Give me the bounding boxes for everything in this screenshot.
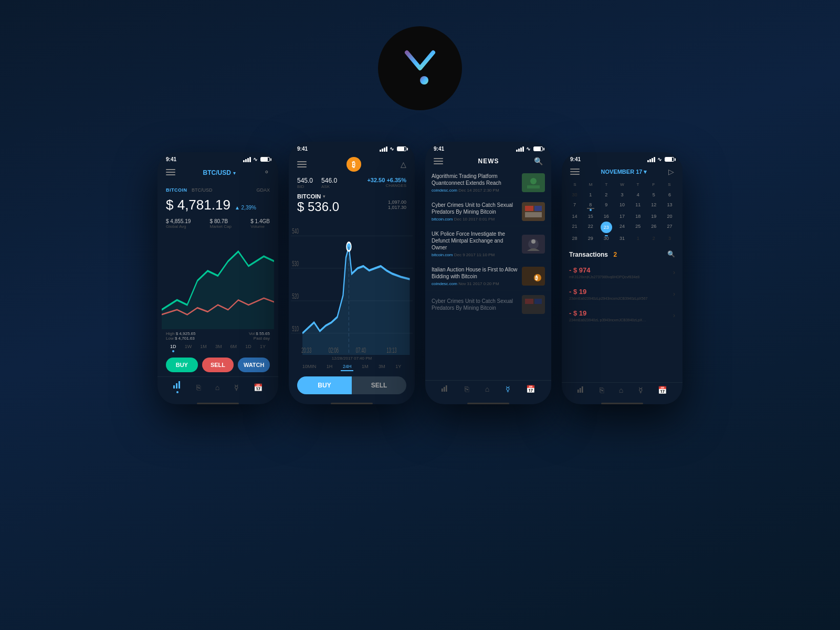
cal-day-10[interactable]: 10 xyxy=(614,200,629,211)
tf-6m[interactable]: 6M xyxy=(230,344,237,352)
trans-search-icon[interactable]: 🔍 xyxy=(667,250,675,258)
p2-action-buttons: BUY SELL xyxy=(289,372,415,400)
cal-day-17[interactable]: 17 xyxy=(614,212,629,221)
nav-chart-icon[interactable] xyxy=(173,381,182,393)
cal-day-2[interactable]: 2 xyxy=(598,190,614,200)
cal-day-14[interactable]: 14 xyxy=(567,212,582,221)
menu-button-2[interactable] xyxy=(297,161,307,167)
news-item-2[interactable]: Cyber Crimes Unit to Catch Sexual Predat… xyxy=(425,197,551,226)
cal-day-21[interactable]: 21 xyxy=(567,222,582,233)
status-bar-2: 9:41 ∿ xyxy=(289,142,415,154)
news-text-2: Cyber Crimes Unit to Catch Sexual Predat… xyxy=(432,202,518,222)
p4-nav-cal[interactable]: 📅 xyxy=(658,386,667,394)
p3-nav-home[interactable]: ⌂ xyxy=(485,385,489,393)
p2-tf-3m[interactable]: 3M xyxy=(376,363,387,371)
nav-home-icon[interactable]: ⌂ xyxy=(215,383,219,392)
cal-day-12[interactable]: 12 xyxy=(646,200,662,211)
time-4: 9:41 xyxy=(570,156,581,162)
cal-day-16[interactable]: 16 xyxy=(598,212,614,221)
sell-button-1[interactable]: SELL xyxy=(202,358,234,372)
bell-icon[interactable]: △ xyxy=(401,160,406,169)
cal-day-18[interactable]: 18 xyxy=(631,212,646,221)
news-item-4[interactable]: Italian Auction House is First to Allow … xyxy=(425,262,551,291)
cal-day-19[interactable]: 19 xyxy=(646,212,662,221)
p3-nav-chart[interactable] xyxy=(442,385,449,393)
news-list: Algorithmic Trading Platform Quantconnec… xyxy=(425,169,551,380)
trans-item-1[interactable]: - $ 974 mK3128xnjKJs2737989vq8HOPQcvf834… xyxy=(569,262,675,284)
p4-nav-globe[interactable]: ☿ xyxy=(638,386,643,394)
tf-1y[interactable]: 1Y xyxy=(260,344,266,352)
cal-day-11[interactable]: 11 xyxy=(631,200,646,211)
p4-month[interactable]: NOVEMBER 17 ▾ xyxy=(601,169,647,175)
watch-button-1[interactable]: WATCH xyxy=(238,358,270,372)
cal-day-3[interactable]: 3 xyxy=(614,190,629,200)
nav-globe-icon[interactable]: ☿ xyxy=(234,383,239,392)
cal-day-3-next[interactable]: 3 xyxy=(662,234,677,243)
menu-button-3[interactable] xyxy=(434,158,443,164)
cal-day-2-next[interactable]: 2 xyxy=(646,234,662,243)
tf-1w[interactable]: 1W xyxy=(185,344,192,352)
p2-tf-10min[interactable]: 10MIN xyxy=(300,363,319,371)
search-icon-3[interactable]: 🔍 xyxy=(534,157,543,165)
status-icons-3: ∿ xyxy=(516,146,543,152)
p2-tf-1y[interactable]: 1Y xyxy=(393,363,403,371)
cal-day-8[interactable]: 8··· xyxy=(583,200,598,211)
tf-3m[interactable]: 3M xyxy=(215,344,222,352)
user-icon-1[interactable]: ⚬ xyxy=(264,168,270,176)
svg-rect-27 xyxy=(534,206,542,211)
cal-day-4[interactable]: 4 xyxy=(631,190,646,200)
cal-day-22[interactable]: 22 xyxy=(583,222,598,233)
cal-day-7[interactable]: 7 xyxy=(567,200,582,211)
cal-day-26[interactable]: 26 xyxy=(646,222,662,233)
p2-tf-1h[interactable]: 1H xyxy=(324,363,335,371)
nav-calendar-icon[interactable]: 📅 xyxy=(254,383,262,392)
cal-day-20[interactable]: 20 xyxy=(662,212,677,221)
cal-day-27[interactable]: 27 xyxy=(662,222,677,233)
wifi-1: ∿ xyxy=(253,156,257,162)
p3-nav-globe[interactable]: ☿ xyxy=(506,385,510,393)
news-item-5[interactable]: Cyber Crimes Unit to Catch Sexual Predat… xyxy=(425,291,551,319)
cal-day-29[interactable]: 29 xyxy=(583,234,598,243)
tf-1m[interactable]: 1M xyxy=(200,344,207,352)
p2-tf-24h[interactable]: 24H xyxy=(341,363,354,371)
p4-header: NOVEMBER 17 ▾ ▷ xyxy=(562,164,682,179)
buy-button-1[interactable]: BUY xyxy=(166,358,198,372)
p4-nav-chart[interactable] xyxy=(578,386,585,394)
trans-item-3[interactable]: - $ 19 234mEa923940zL p3943ncxmJCB3940zL… xyxy=(569,305,675,327)
trans-detail-3: - $ 19 234mEa923940zL p3943ncxmJCB3940zL… xyxy=(569,309,648,322)
cal-day-25[interactable]: 25 xyxy=(631,222,646,233)
cal-day-1[interactable]: 1 xyxy=(583,190,598,200)
p2-ask: 546.0 ASK xyxy=(321,177,337,189)
news-item-1[interactable]: Algorithmic Trading Platform Quantconnec… xyxy=(425,169,551,197)
p1-stat-vol: $ 1.4GB Volume xyxy=(250,218,270,229)
p4-nav-tv[interactable]: ⎘ xyxy=(600,386,604,394)
cal-day-30-prev[interactable]: 30 xyxy=(567,190,582,200)
p3-nav-tv[interactable]: ⎘ xyxy=(465,385,469,393)
cal-day-24[interactable]: 24 xyxy=(614,222,629,233)
cal-day-13[interactable]: 13 xyxy=(662,200,677,211)
cal-day-31[interactable]: 31 xyxy=(614,234,629,243)
cal-day-5[interactable]: 5 xyxy=(646,190,662,200)
bookmark-icon[interactable]: ▷ xyxy=(668,167,674,176)
buy-button-2[interactable]: BUY xyxy=(297,376,352,394)
trans-item-2[interactable]: - $ 19 23dmEa923940zLp2943ncxmJCB3940zLp… xyxy=(569,284,675,305)
menu-button-1[interactable] xyxy=(166,169,175,175)
nav-tv-icon[interactable]: ⎘ xyxy=(196,383,201,392)
p2-timestamp: 12/28/2017 07:40 PM xyxy=(289,355,415,362)
cal-day-30[interactable]: 30 xyxy=(598,234,614,243)
cal-day-28[interactable]: 28 xyxy=(567,234,582,243)
p1-pair[interactable]: BTC/USD ▾ xyxy=(203,167,236,177)
p2-tf-1m[interactable]: 1M xyxy=(360,363,371,371)
cal-day-1-next[interactable]: 1 xyxy=(631,234,646,243)
cal-day-23-today[interactable]: 23·· xyxy=(601,222,612,233)
tf-1d2[interactable]: 1D xyxy=(245,344,251,352)
p4-nav-home[interactable]: ⌂ xyxy=(619,386,623,394)
tf-1d[interactable]: 1D xyxy=(170,344,176,352)
cal-day-6[interactable]: 6 xyxy=(662,190,677,200)
p3-nav-cal[interactable]: 📅 xyxy=(526,385,535,393)
cal-day-9[interactable]: 9 xyxy=(598,200,614,211)
news-item-3[interactable]: UK Police Force Investigate the Defunct … xyxy=(425,226,551,262)
cal-day-15[interactable]: 15 xyxy=(583,212,598,221)
menu-button-4[interactable] xyxy=(570,169,580,175)
sell-button-2[interactable]: SELL xyxy=(352,376,406,394)
